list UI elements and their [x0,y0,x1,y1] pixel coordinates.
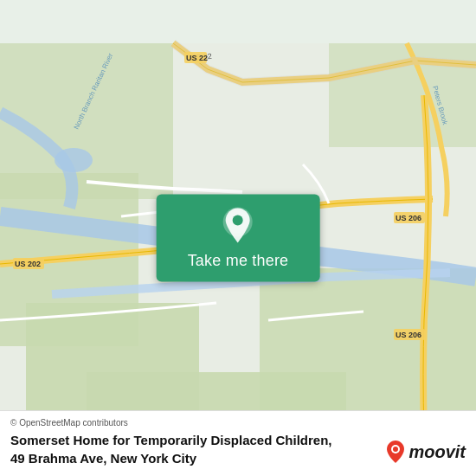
location-pin-icon [222,207,254,245]
take-me-there-button[interactable]: Take me there [157,195,320,282]
location-title-line2: 49 Brahma Ave, New York City [10,451,196,466]
button-overlay: Take me there [157,195,320,282]
info-bar: © OpenStreetMap contributors Somerset Ho… [0,410,476,476]
svg-text:US 206: US 206 [396,331,421,339]
svg-text:US 206: US 206 [396,214,421,222]
map-container: US 22 US 22 US 202 US 202 US 206 US 206 … [0,0,476,476]
location-title-line1: Somerset Home for Temporarily Displaced … [10,433,331,447]
svg-text:US 22: US 22 [186,54,208,62]
button-label: Take me there [188,252,289,270]
moovit-brand-text: moovit [408,442,466,462]
attribution-text: © OpenStreetMap contributors [10,418,128,428]
location-title: Somerset Home for Temporarily Displaced … [10,431,331,467]
svg-text:US 202: US 202 [15,260,41,268]
attribution: © OpenStreetMap contributors [10,418,466,428]
moovit-pin-icon [386,440,405,464]
svg-point-24 [233,215,243,226]
svg-point-26 [393,447,398,452]
svg-point-7 [55,148,93,172]
moovit-logo: moovit [386,440,466,464]
